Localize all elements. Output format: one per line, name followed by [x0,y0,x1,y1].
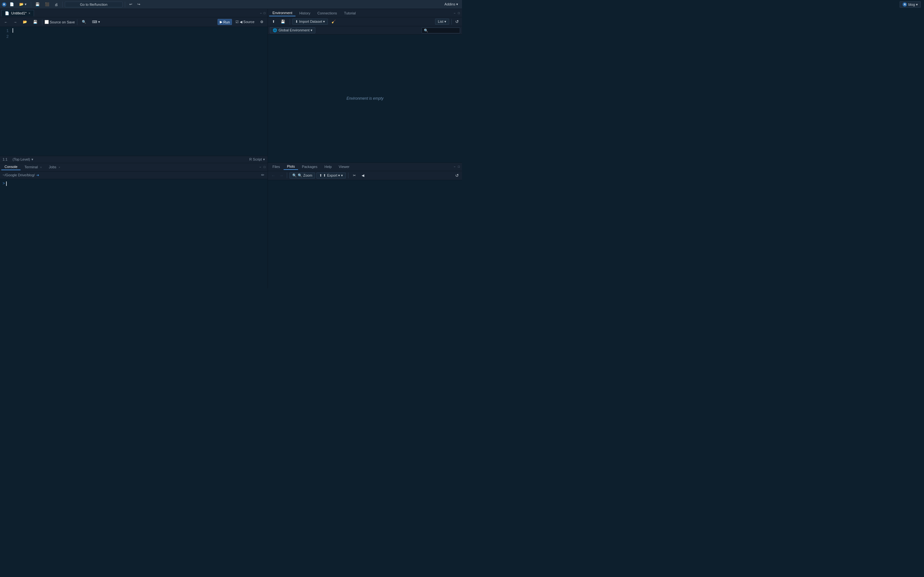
zoom-btn[interactable]: 🔍 🔍 Zoom [289,172,315,179]
new-file-btn[interactable]: 📄 [8,1,16,7]
path-arrow-icon: ➜ [36,173,39,177]
plots-back-btn[interactable]: ← [270,172,276,179]
files-tab[interactable]: Files [269,164,283,169]
cursor-position: 1:1 [3,157,7,161]
help-tab[interactable]: Help [321,164,335,169]
console-prompt-line: > [3,181,265,187]
search-btn[interactable]: 🔍 [79,19,89,25]
terminal-tab[interactable]: Terminal × [21,164,45,170]
history-tab[interactable]: History [296,10,313,16]
editor-toolbar: ← → 📂 💾 Source on Save 🔍 ⌨ ▾ ▶ Run [0,17,268,27]
clear-plots-btn[interactable]: ◀ [359,172,367,179]
source-btn[interactable]: ☑ ◀ Source [233,19,257,25]
sep3 [125,2,125,7]
env-selector-btn[interactable]: 🌐 Global Environment ▾ [270,27,315,33]
save-all-btn[interactable]: ⬛ [43,1,51,7]
editor-options-btn[interactable]: ⚙ [258,19,266,25]
console-clear-btn[interactable]: ✏ [260,172,265,178]
editor-tab-bar: 📄 Untitled1* × − □ [0,9,268,17]
source-on-save-check[interactable] [45,20,49,24]
plots-sep1 [287,172,287,178]
import-icon: ⬇ [295,19,298,24]
left-panel: 📄 Untitled1* × − □ ← → 📂 💾 [0,9,268,288]
console-path: ~/Google Drive/blog/ ➜ [3,173,39,177]
plots-forward-btn[interactable]: → [278,172,284,179]
code-editor[interactable] [11,27,268,156]
open-file-btn[interactable]: 📂 ▾ [17,1,29,7]
plots-body [268,180,462,288]
right-panel: Environment History Connections Tutorial… [268,9,462,288]
source-on-save-label: Source on Save [45,20,75,24]
packages-tab[interactable]: Packages [299,164,320,169]
prompt-symbol: > [3,181,5,187]
sep1 [31,2,31,7]
tutorial-tab[interactable]: Tutorial [341,10,359,16]
list-view-btn[interactable]: List ▾ [435,19,449,25]
addins-btn[interactable]: Addins ▾ [443,1,460,7]
env-body: Environment is empty [268,35,462,163]
clear-workspace-btn[interactable]: 🧹 [329,19,338,25]
forward-btn[interactable]: → [11,19,19,25]
scope-indicator[interactable]: (Top Level) ▾ [13,157,33,161]
back-btn[interactable]: ← [2,19,10,25]
env-minimize[interactable]: − [453,11,456,15]
console-toolbar: ~/Google Drive/blog/ ➜ ✏ [0,171,268,179]
editor-minimize[interactable]: − [259,11,262,15]
plots-toolbar: ← → 🔍 🔍 Zoom ⬆ ⬆ Export ▾ ▾ ✂ ◀ ↺ [268,171,462,180]
plots-refresh-btn[interactable]: ↺ [454,172,460,179]
redo-btn[interactable]: ↪ [136,1,142,7]
console-minimize[interactable]: − [258,165,262,169]
code-tools-btn[interactable]: ⌨ ▾ [90,19,102,25]
editor-maximize[interactable]: □ [263,11,266,15]
environment-tab[interactable]: Environment [269,10,296,16]
connections-tab[interactable]: Connections [314,10,340,16]
run-btn[interactable]: ▶ Run [218,19,232,25]
console-maximize[interactable]: □ [263,165,266,169]
run-icon: ▶ [220,20,222,24]
save-file-btn[interactable]: 💾 [31,19,40,25]
env-sep2 [451,19,452,25]
cursor [13,28,13,33]
go-to-file-btn[interactable]: Go to file/function [65,2,123,7]
editor-status-bar: 1:1 (Top Level) ▾ R Script ▾ [0,156,268,163]
env-sep1 [290,19,290,25]
env-selector-bar: 🌐 Global Environment ▾ [268,26,462,35]
jobs-close[interactable]: × [59,166,60,169]
editor-tab-untitled1[interactable]: 📄 Untitled1* × [1,10,34,16]
tab-close-btn[interactable]: × [29,11,31,15]
source-checkbox: ☑ [236,20,239,24]
export-btn[interactable]: ⬆ ⬆ Export ▾ ▾ [317,172,346,179]
script-type[interactable]: R Script ▾ [249,157,265,161]
save-btn[interactable]: 💾 [33,1,42,7]
env-refresh-btn[interactable]: ↺ [454,19,460,25]
show-in-files-btn[interactable]: 📂 [21,19,29,25]
plots-tab[interactable]: Plots [284,163,298,170]
editor-area: 1 2 [0,27,268,156]
undo-btn[interactable]: ↩ [128,1,134,7]
tab-file-icon: 📄 [5,11,9,15]
main-layout: 📄 Untitled1* × − □ ← → 📂 💾 [0,9,462,288]
print-btn[interactable]: 🖨 [53,2,60,7]
jobs-tab[interactable]: Jobs × [45,164,63,170]
import-dataset-btn[interactable]: ⬇ Import Dataset ▾ [292,19,328,25]
console-cursor [6,181,7,186]
sep2 [62,2,63,7]
remove-plot-btn[interactable]: ✂ [351,172,358,179]
env-tab-bar: Environment History Connections Tutorial… [268,9,462,17]
console-tab-bar: Console Terminal × Jobs × − □ [0,163,268,171]
globe-icon: 🌐 [273,28,277,32]
load-workspace-btn[interactable]: ⬆ [270,19,277,25]
env-maximize[interactable]: □ [457,11,461,15]
terminal-close[interactable]: × [40,166,42,169]
line-numbers: 1 2 [0,27,11,156]
export-icon: ⬆ [319,173,322,177]
files-panel: Files Plots Packages Help Viewer − □ ← →… [268,163,462,288]
files-minimize[interactable]: − [453,165,456,168]
env-panel: Environment History Connections Tutorial… [268,9,462,163]
files-maximize[interactable]: □ [457,165,461,168]
save-workspace-btn[interactable]: 💾 [278,19,288,25]
viewer-tab[interactable]: Viewer [336,164,352,169]
env-search-input[interactable] [422,27,460,33]
console-tab[interactable]: Console [1,164,21,170]
console-body[interactable]: > [0,179,268,288]
